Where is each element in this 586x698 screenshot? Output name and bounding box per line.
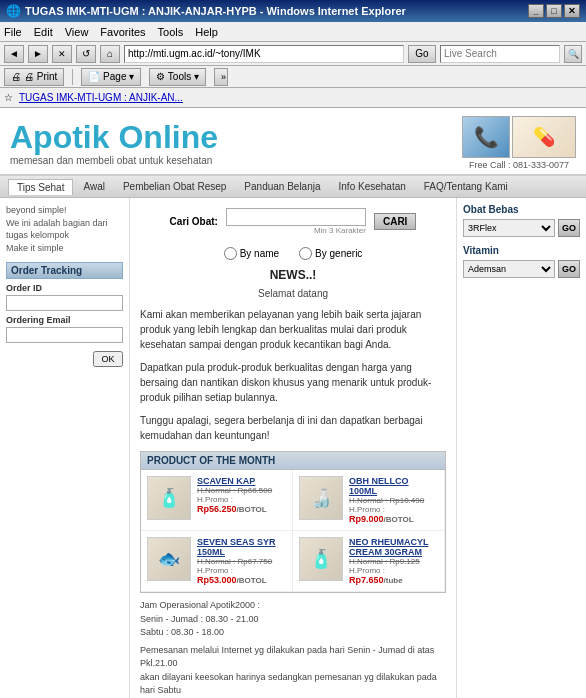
menu-edit[interactable]: Edit — [34, 26, 53, 38]
live-search-input[interactable] — [440, 45, 560, 63]
address-go-button[interactable]: Go — [408, 45, 436, 63]
main-content: beyond simple!We ini adalah bagian dari … — [0, 198, 586, 698]
obat-bebas-row: 3RFlex Paracetamol Amoxicillin GO — [463, 219, 580, 237]
news-paragraph3: Tunggu apalagi, segera berbelanja di ini… — [140, 413, 446, 443]
window-title: TUGAS IMK-MTI-UGM : ANJIK-ANJAR-HYPB - W… — [25, 5, 406, 17]
close-button[interactable]: ✕ — [564, 4, 580, 18]
refresh-button[interactable]: ↺ — [76, 45, 96, 63]
add-favorites-icon: ☆ — [4, 92, 13, 103]
product-section: PRODUCT OF THE MONTH 🧴 SCAVEN KAP H.Norm… — [140, 451, 446, 593]
footer-note: Pemesanan melalui Internet yg dilakukan … — [140, 644, 446, 698]
stop-button[interactable]: ✕ — [52, 45, 72, 63]
cari-button[interactable]: CARI — [374, 213, 416, 230]
back-button[interactable]: ◄ — [4, 45, 24, 63]
product-item-0: 🧴 SCAVEN KAP H.Normal : Rp66.500 H.Promo… — [141, 470, 293, 531]
product-name-3[interactable]: NEO RHEUMACYL CREAM 30GRAM — [349, 537, 438, 557]
site-title-area: Apotik Online memesan dan membeli obat u… — [10, 121, 218, 166]
favbar: ☆ TUGAS IMK-MTI-UGM : ANJIK-AN... — [0, 88, 586, 108]
webpage: Apotik Online memesan dan membeli obat u… — [0, 108, 586, 698]
site-logo-area: 📞 💊 Free Call : 081-333-0077 — [462, 116, 576, 170]
product-normal-3: H.Normal : Rp9.125 — [349, 557, 438, 566]
nav-panduan[interactable]: Panduan Belanja — [236, 179, 328, 194]
product-img-0: 🧴 — [147, 476, 191, 520]
product-promo-2: Rp53.000/BOTOL — [197, 575, 286, 585]
extend-button[interactable]: » — [214, 68, 228, 86]
menubar: File Edit View Favorites Tools Help — [0, 22, 586, 42]
product-info-2: SEVEN SEAS SYR 150ML H.Normal : Rp67.750… — [197, 537, 286, 585]
vitamin-select[interactable]: Ademsan Vitamin C Vitamin E — [463, 260, 555, 278]
order-id-input[interactable] — [6, 295, 123, 311]
page-button[interactable]: 📄 Page ▾ — [81, 68, 141, 86]
vitamin-row: Ademsan Vitamin C Vitamin E GO — [463, 260, 580, 278]
product-name-0[interactable]: SCAVEN KAP — [197, 476, 272, 486]
addressbar: ◄ ► ✕ ↺ ⌂ Go 🔍 — [0, 42, 586, 66]
menu-tools[interactable]: Tools — [158, 26, 184, 38]
ordering-email-label: Ordering Email — [6, 315, 123, 325]
nav-awal[interactable]: Awal — [75, 179, 113, 194]
nav-tips[interactable]: Tips Sehat — [8, 179, 73, 195]
product-item-3: 🧴 NEO RHEUMACYL CREAM 30GRAM H.Normal : … — [293, 531, 445, 592]
menu-view[interactable]: View — [65, 26, 89, 38]
sidebar-note: beyond simple!We ini adalah bagian dari … — [6, 204, 123, 254]
product-normal-1: H.Normal : Rp10.498 — [349, 496, 438, 505]
separator — [72, 69, 73, 85]
maximize-button[interactable]: □ — [546, 4, 562, 18]
sidebar: beyond simple!We ini adalah bagian dari … — [0, 198, 130, 698]
product-promo-label-0: H.Promo : — [197, 495, 272, 504]
product-normal-2: H.Normal : Rp67.750 — [197, 557, 286, 566]
favorites-label[interactable]: TUGAS IMK-MTI-UGM : ANJIK-AN... — [19, 92, 183, 103]
product-name-2[interactable]: SEVEN SEAS SYR 150ML — [197, 537, 286, 557]
product-info-0: SCAVEN KAP H.Normal : Rp66.500 H.Promo :… — [197, 476, 272, 514]
news-paragraph1: Kami akan memberikan pelayanan yang lebi… — [140, 307, 446, 352]
product-info-1: OBH NELLCO 100ML H.Normal : Rp10.498 H.P… — [349, 476, 438, 524]
obat-bebas-title: Obat Bebas — [463, 204, 580, 215]
product-promo-label-3: H.Promo : — [349, 566, 438, 575]
right-panel: Obat Bebas 3RFlex Paracetamol Amoxicilli… — [456, 198, 586, 698]
product-item-1: 🍶 OBH NELLCO 100ML H.Normal : Rp10.498 H… — [293, 470, 445, 531]
nav-bar: Tips Sehat Awal Pembelian Obat Resep Pan… — [0, 176, 586, 198]
vitamin-go-button[interactable]: GO — [558, 260, 580, 278]
radio-by-generic[interactable]: By generic — [299, 247, 362, 260]
news-welcome: Selamat datang — [140, 288, 446, 299]
product-promo-label-1: H.Promo : — [349, 505, 438, 514]
print-button[interactable]: 🖨 🖨 Print — [4, 68, 64, 86]
search-hint: Min 3 Karakter — [226, 226, 366, 235]
product-item-2: 🐟 SEVEN SEAS SYR 150ML H.Normal : Rp67.7… — [141, 531, 293, 592]
minimize-button[interactable]: _ — [528, 4, 544, 18]
product-name-1[interactable]: OBH NELLCO 100ML — [349, 476, 438, 496]
product-promo-1: Rp9.000/BOTOL — [349, 514, 438, 524]
footer-operational: Jam Operasional Apotik2000 : Senin - Jum… — [140, 599, 446, 640]
nav-info[interactable]: Info Kesehatan — [331, 179, 414, 194]
order-tracking-section: Order Tracking — [6, 262, 123, 279]
product-promo-3: Rp7.650/tube — [349, 575, 438, 585]
live-search-button[interactable]: 🔍 — [564, 45, 582, 63]
tools-button[interactable]: ⚙ Tools ▾ — [149, 68, 206, 86]
obat-bebas-select[interactable]: 3RFlex Paracetamol Amoxicillin — [463, 219, 555, 237]
pills-icon: 💊 — [512, 116, 576, 158]
vitamin-title: Vitamin — [463, 245, 580, 256]
product-info-3: NEO RHEUMACYL CREAM 30GRAM H.Normal : Rp… — [349, 537, 438, 585]
menu-file[interactable]: File — [4, 26, 22, 38]
toolbar: 🖨 🖨 Print 📄 Page ▾ ⚙ Tools ▾ » — [0, 66, 586, 88]
forward-button[interactable]: ► — [28, 45, 48, 63]
news-title: NEWS..! — [140, 268, 446, 282]
product-promo-0: Rp56.250/BOTOL — [197, 504, 272, 514]
home-button[interactable]: ⌂ — [100, 45, 120, 63]
ok-submit-button[interactable]: OK — [93, 351, 123, 367]
obat-bebas-go-button[interactable]: GO — [558, 219, 580, 237]
ordering-email-input[interactable] — [6, 327, 123, 343]
product-header: PRODUCT OF THE MONTH — [141, 452, 445, 470]
nav-faq[interactable]: FAQ/Tentang Kami — [416, 179, 516, 194]
menu-help[interactable]: Help — [195, 26, 218, 38]
site-title: Apotik Online — [10, 121, 218, 153]
search-label: Cari Obat: — [170, 216, 218, 227]
product-img-3: 🧴 — [299, 537, 343, 581]
radio-by-name[interactable]: By name — [224, 247, 279, 260]
nav-pembelian[interactable]: Pembelian Obat Resep — [115, 179, 234, 194]
search-input[interactable] — [226, 208, 366, 226]
address-input[interactable] — [124, 45, 404, 63]
order-id-label: Order ID — [6, 283, 123, 293]
product-grid: 🧴 SCAVEN KAP H.Normal : Rp66.500 H.Promo… — [141, 470, 445, 592]
menu-favorites[interactable]: Favorites — [100, 26, 145, 38]
product-img-2: 🐟 — [147, 537, 191, 581]
